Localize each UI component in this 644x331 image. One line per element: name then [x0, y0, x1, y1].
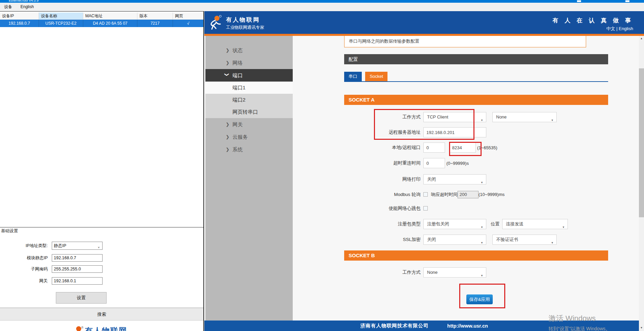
work-mode-select[interactable]: TCP Client ▼ [423, 112, 486, 122]
tab-serial[interactable]: 串口 [344, 72, 362, 81]
tab-socket[interactable]: Socket [365, 72, 387, 81]
gateway-row: 网关 [0, 277, 112, 285]
cell-mac: D4 AD 20 6A 55 07 [83, 20, 137, 27]
ip-type-value: 静态IP [54, 243, 66, 248]
subnet-field[interactable] [52, 265, 103, 273]
col-device-name[interactable]: 设备名称 [39, 13, 83, 20]
device-table-header: 设备IP 设备名称 MAC地址 版本 网页 [0, 13, 203, 20]
regpack-select[interactable]: 注册包关闭 ▼ [423, 219, 486, 229]
chevron-right-icon: ❯ [226, 57, 229, 69]
heartbeat-checkbox[interactable] [423, 206, 428, 211]
cell-webpage-check: √ [173, 20, 203, 27]
modbus-checkbox[interactable] [423, 192, 428, 197]
language-switch[interactable]: 中文 | English [606, 26, 633, 32]
sidebar-item-port2[interactable]: 端口2 [205, 94, 293, 106]
sidebar-item-status[interactable]: ❯ 状态 [205, 44, 293, 57]
sidebar-label: 云服务 [232, 134, 248, 140]
maximize-icon[interactable] [625, 0, 629, 2]
web-config-page: 有人物联网 工业物联网通讯专家 有 人 在 认 真 做 事 中文 | Engli… [204, 11, 644, 331]
cell-device-name: USR-TCP232-E2 [39, 20, 83, 27]
web-header: 有人物联网 工业物联网通讯专家 有 人 在 认 真 做 事 中文 | Engli… [204, 11, 644, 34]
watermark-line1: 激活 Windows [549, 313, 610, 324]
sidebar-label: 网关 [232, 122, 243, 127]
local-port-field[interactable] [423, 142, 445, 153]
sidebar-item-cloud[interactable]: ❯ 云服务 [205, 131, 293, 143]
footer-url[interactable]: http://www.usr.cn [447, 323, 488, 329]
minimize-icon[interactable] [577, 0, 581, 2]
scrollbar-thumb[interactable] [639, 68, 644, 217]
brand-subtitle: 工业物联网通讯专家 [226, 25, 264, 30]
net-print-row: 网络打印 关闭 ▼ [344, 174, 608, 184]
work-mode-value: TCP Client [427, 114, 448, 119]
work-mode-secondary-select[interactable]: None ▼ [492, 112, 557, 122]
static-ip-row: 模块静态IP [0, 254, 112, 262]
basic-settings-divider [0, 227, 203, 227]
work-mode-secondary-value: None [496, 114, 507, 119]
search-button[interactable]: 搜索 [0, 308, 203, 321]
port-label: 本地/远程端口 [344, 145, 423, 151]
ssl-select[interactable]: 关闭 ▼ [423, 235, 486, 245]
main-content: 串口与网络之间的数据传输参数配置 配置 串口 Socket SOCKET A 工… [293, 36, 639, 321]
ethernet-tool-panel: 设备IP 设备名称 MAC地址 版本 网页 192.168.0.7 USR-TC… [0, 11, 204, 331]
sidebar-item-port1[interactable]: 端口1 [205, 82, 293, 94]
basic-settings-title: 基础设置 [1, 228, 18, 234]
ssl-value: 关闭 [427, 237, 436, 242]
modbus-label: Modbus 轮询 [344, 192, 423, 198]
modbus-timeout-field [458, 191, 479, 198]
usr-logo-dot-icon [76, 326, 81, 331]
col-webpage[interactable]: 网页 [173, 13, 203, 20]
regpack-pos-select[interactable]: 连接发送 ▼ [502, 219, 568, 229]
scroll-down-icon[interactable]: ▼ [639, 325, 644, 331]
scroll-up-icon[interactable]: ▲ [639, 36, 644, 41]
ip-type-row: IP地址类型: 静态IP ∨ [0, 242, 112, 250]
sidebar-item-web2serial[interactable]: 网页转串口 [205, 106, 293, 118]
net-print-select[interactable]: 关闭 ▼ [423, 174, 486, 184]
heartbeat-row: 使能网络心跳包 [344, 204, 608, 212]
menu-device[interactable]: 设备 [1, 3, 16, 11]
sidebar-item-network[interactable]: ❯ 网络 [205, 57, 293, 69]
sidebar-item-system[interactable]: ❯ 系统 [205, 143, 293, 156]
static-ip-field[interactable] [52, 254, 103, 262]
ssl-row: SSL加密 关闭 ▼ 不验证证书 ▼ [344, 235, 608, 245]
modbus-range-hint: (10~9999)ms [479, 192, 505, 197]
table-row[interactable]: 192.168.0.7 USR-TCP232-E2 D4 AD 20 6A 55… [0, 20, 203, 27]
sidebar-item-gateway[interactable]: ❯ 网关 [205, 118, 293, 131]
usr-app-logo: ® 有人物联网 [0, 326, 203, 331]
ssl-cert-value: 不验证证书 [496, 237, 518, 242]
select-arrow-icon: ▼ [481, 116, 483, 125]
select-arrow-icon: ▼ [562, 223, 565, 232]
sidebar-item-port[interactable]: ❯ 端口 [205, 69, 293, 82]
subnet-label: 子网掩码 [0, 266, 52, 272]
socket-b-work-mode-label: 工作方式 [344, 269, 423, 275]
chevron-right-icon: ❯ [226, 118, 229, 131]
vertical-scrollbar[interactable]: ▲ ▼ [639, 36, 644, 331]
regpack-value: 注册包关闭 [427, 221, 449, 226]
work-mode-label: 工作方式 [344, 114, 423, 120]
info-box: 串口与网络之间的数据传输参数配置 [344, 36, 586, 47]
config-section-bar: 配置 [344, 54, 608, 64]
socket-b-work-mode-select[interactable]: None ▼ [423, 267, 486, 278]
col-version[interactable]: 版本 [137, 13, 173, 20]
port-row: 本地/远程端口 (1~65535) [344, 142, 608, 153]
set-button[interactable]: 设置 [56, 292, 107, 304]
static-ip-label: 模块静态IP [0, 255, 52, 261]
port-range-hint: (1~65535) [477, 145, 497, 150]
ssl-cert-select[interactable]: 不验证证书 ▼ [492, 235, 557, 245]
cell-version: 7217 [137, 20, 173, 27]
remote-server-row: 远程服务器地址 [344, 127, 608, 137]
reconnect-field[interactable] [423, 158, 445, 168]
remote-port-field[interactable] [449, 142, 476, 153]
socket-a-header: SOCKET A [344, 95, 608, 105]
remote-server-field[interactable] [423, 127, 486, 137]
header-slogan: 有 人 在 认 真 做 事 [553, 17, 633, 24]
col-mac[interactable]: MAC地址 [83, 13, 137, 20]
ip-type-select[interactable]: 静态IP ∨ [52, 242, 103, 250]
gateway-field[interactable] [52, 277, 103, 285]
window-titlebar: EthernetTool V4.0.9 [0, 0, 644, 3]
device-table: 设备IP 设备名称 MAC地址 版本 网页 192.168.0.7 USR-TC… [0, 13, 203, 27]
select-arrow-icon: ▼ [481, 223, 483, 232]
menu-english[interactable]: English [17, 3, 37, 10]
col-device-ip[interactable]: 设备IP [0, 13, 39, 20]
save-apply-button[interactable]: 保存&应用 [466, 294, 493, 304]
menu-bar: 设备 English [0, 3, 644, 11]
